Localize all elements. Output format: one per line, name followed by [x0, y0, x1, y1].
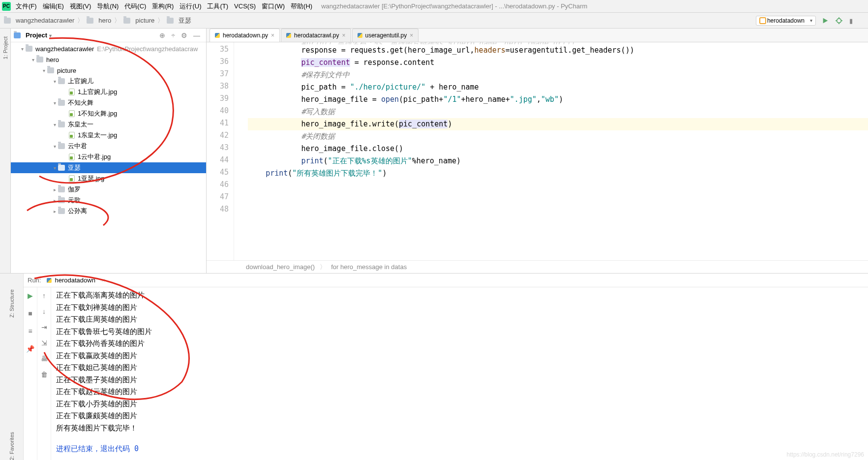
python-icon [215, 33, 220, 38]
tree-row[interactable]: 1亚瑟.jpg [11, 173, 206, 184]
close-icon[interactable]: × [342, 32, 345, 39]
menu-item[interactable]: 导航(N) [94, 1, 121, 11]
tree-row[interactable]: 1云中君.jpg [11, 152, 206, 162]
menu-item[interactable]: 编辑(E) [40, 1, 67, 11]
exit-line: 进程已结束，退出代码 0 [56, 443, 863, 455]
tree-row[interactable]: 云中君 [11, 141, 206, 152]
menubar: PC 文件(F)编辑(E)视图(V)导航(N)代码(C)重构(R)运行(U)工具… [0, 0, 868, 13]
tree-row[interactable]: 亚瑟 [11, 162, 206, 173]
tree-row[interactable]: 1不知火舞.jpg [11, 108, 206, 119]
close-icon[interactable]: × [271, 32, 274, 39]
tree-row[interactable]: 元歌 [11, 195, 206, 206]
console-line: 正在下载墨子英雄的图片 [56, 374, 863, 386]
code-content[interactable]: #print("英雄名称：%s，英雄图片链接%s"%(hero_name，her… [243, 42, 868, 260]
tree-row[interactable]: 不知火舞 [11, 97, 206, 108]
fold-column [234, 42, 243, 260]
trash-icon[interactable]: 🗑 [39, 369, 50, 380]
pin-icon[interactable]: 📌 [25, 343, 36, 354]
console-line: 正在下载高渐离英雄的图片 [56, 289, 863, 302]
menu-item[interactable]: 视图(V) [67, 1, 94, 11]
menu-item[interactable]: 窗口(W) [259, 1, 288, 11]
svg-point-0 [837, 18, 841, 23]
rerun-icon[interactable]: ▶ [25, 290, 36, 301]
python-icon [286, 33, 291, 38]
up-icon[interactable]: ↑ [39, 290, 50, 301]
run-config-select[interactable]: herodatadown [756, 16, 816, 26]
console-line: 正在下载廉颇英雄的图片 [56, 410, 863, 422]
menu-item[interactable]: 帮助(H) [288, 1, 315, 11]
debug-icon[interactable] [836, 17, 842, 24]
menu-item[interactable]: VCS(S) [231, 1, 259, 11]
project-tree[interactable]: wangzhedatacrawlerE:\PythonProject\wangz… [11, 42, 206, 273]
gear-icon[interactable]: ⚙ [181, 31, 187, 39]
menu-item[interactable]: 工具(T) [204, 1, 231, 11]
console-line: 正在下载鲁班七号英雄的图片 [56, 326, 863, 338]
tree-row[interactable]: hero [11, 54, 206, 65]
collapse-icon[interactable]: ÷ [171, 31, 175, 39]
wrap-icon[interactable]: ⇥ [39, 322, 50, 333]
more-actions-icon[interactable]: ▮ [849, 17, 856, 24]
run-panel-header: Run: herodatadown× [24, 274, 868, 287]
breadcrumb-item[interactable]: wangzhedatacrawler [4, 17, 74, 24]
run-tool-window: Z: Structure 2: Favorites Run: herodatad… [0, 273, 868, 460]
console-line: 正在下载孙尚香英雄的图片 [56, 337, 863, 350]
window-title: wangzhedatacrawler [E:\PythonProject\wan… [321, 2, 587, 10]
run-panel-left-gutter: Z: Structure 2: Favorites [0, 274, 24, 460]
editor-tab[interactable]: useragentutil.py× [352, 29, 419, 42]
side-tab-project[interactable]: 1: Project [1, 32, 9, 63]
left-tool-strip: 1: Project [0, 29, 11, 273]
toolbar-actions: ▮ [822, 17, 856, 24]
pycharm-icon: PC [2, 2, 11, 11]
side-tab-structure[interactable]: Z: Structure [9, 289, 15, 317]
console-tools: ↑ ↓ ⇥ ⇲ 🖶 🗑 [37, 287, 51, 460]
console: ▶ ■ ≡ 📌 ↑ ↓ ⇥ ⇲ 🖶 🗑 正在下载高渐离英雄的图片正在下载刘禅英雄… [24, 287, 868, 460]
menu-item[interactable]: 重构(R) [149, 1, 177, 11]
tree-row[interactable]: 伽罗 [11, 184, 206, 195]
editor-tab[interactable]: herodatacrawl.py× [281, 29, 351, 42]
down-icon[interactable]: ↓ [39, 306, 50, 317]
python-icon [358, 33, 362, 38]
console-line: 正在下载刘禅英雄的图片 [56, 302, 863, 314]
run-icon[interactable] [822, 17, 829, 24]
close-icon[interactable]: × [410, 32, 413, 39]
tree-row[interactable]: 公孙离 [11, 206, 206, 216]
navigation-bar: wangzhedatacrawler〉hero〉picture〉亚瑟 herod… [0, 13, 868, 29]
side-tab-favorites[interactable]: 2: Favorites [9, 432, 15, 460]
breadcrumb: wangzhedatacrawler〉hero〉picture〉亚瑟 [4, 16, 756, 25]
line-gutter: 3536373839404142434445464748 [207, 42, 234, 260]
app-root: PC 文件(F)编辑(E)视图(V)导航(N)代码(C)重构(R)运行(U)工具… [0, 0, 868, 460]
breadcrumb-item[interactable]: 亚瑟 [167, 16, 191, 25]
layout-icon[interactable]: ≡ [25, 326, 36, 337]
tree-row[interactable]: picture [11, 65, 206, 76]
console-output[interactable]: 正在下载高渐离英雄的图片正在下载刘禅英雄的图片正在下载庄周英雄的图片正在下载鲁班… [51, 287, 868, 460]
stop-icon[interactable]: ■ [25, 308, 36, 319]
main-area: 1: Project Project ⊕ ÷ ⚙ — wangzhedatacr… [0, 29, 868, 273]
editor-tab[interactable]: herodatadown.py× [210, 29, 280, 42]
print-icon[interactable]: 🖶 [39, 353, 50, 364]
console-line: 正在下载妲己英雄的图片 [56, 362, 863, 374]
project-panel: Project ⊕ ÷ ⚙ — wangzhedatacrawlerE:\Pyt… [11, 29, 207, 273]
project-panel-title[interactable]: Project [26, 31, 52, 39]
locate-icon[interactable]: ⊕ [159, 31, 165, 39]
tree-row[interactable]: 1东皇太一.jpg [11, 130, 206, 141]
run-label: Run: [28, 276, 41, 284]
code-editor[interactable]: 3536373839404142434445464748 #print("英雄名… [207, 42, 868, 260]
tree-row[interactable]: wangzhedatacrawlerE:\PythonProject\wangz… [11, 43, 206, 54]
breadcrumb-item[interactable]: hero [87, 17, 111, 24]
console-line: 正在下载小乔英雄的图片 [56, 398, 863, 410]
scroll-icon[interactable]: ⇲ [39, 337, 50, 348]
run-config-name[interactable]: herodatadown× [47, 276, 105, 284]
tree-row[interactable]: 东皇太一 [11, 119, 206, 130]
menu-item[interactable]: 代码(C) [121, 1, 149, 11]
console-line: 正在下载赵云英雄的图片 [56, 386, 863, 398]
editor-area: herodatadown.py×herodatacrawl.py×userage… [207, 29, 868, 273]
editor-breadcrumb: download_hero_image()〉for hero_message i… [207, 260, 868, 273]
tree-row[interactable]: 1上官婉儿.jpg [11, 87, 206, 97]
console-line: 所有英雄图片下载完毕！ [56, 422, 863, 434]
hide-icon[interactable]: — [193, 31, 200, 39]
menu-item[interactable]: 运行(U) [177, 1, 204, 11]
menu-item[interactable]: 文件(F) [13, 1, 40, 11]
breadcrumb-item[interactable]: picture [123, 17, 154, 24]
tree-row[interactable]: 上官婉儿 [11, 76, 206, 87]
console-line: 正在下载庄周英雄的图片 [56, 313, 863, 326]
